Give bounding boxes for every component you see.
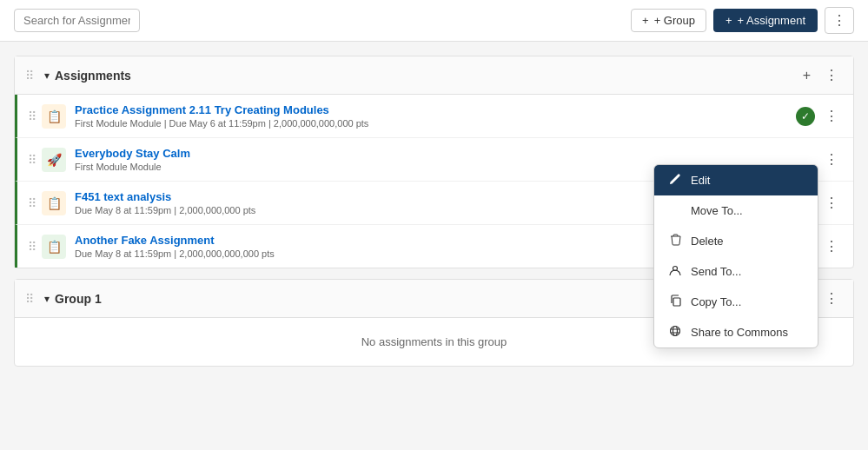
group-button[interactable]: + + Group [631,9,706,32]
move-icon [668,203,682,218]
row-more-button[interactable]: ⋮ [820,236,843,256]
group-drag-handle[interactable]: ⠿ [25,292,34,306]
svg-rect-1 [673,298,680,306]
group-title: Group 1 [55,292,102,306]
menu-item-delete[interactable]: Delete [654,226,818,256]
plus-icon-assignment: + [726,14,732,27]
row-more-button[interactable]: ⋮ [820,149,843,169]
assignment-btn-label: + Assignment [738,14,805,27]
menu-item-label: Send To... [691,265,741,278]
share-icon [668,325,682,340]
assignments-section: ⠿ ▾ Assignments + ⋮ ⠿ 📋 Practice Assignm… [14,56,854,268]
group-more-button[interactable]: ⋮ [820,288,843,308]
trash-icon [668,234,682,248]
menu-item-label: Share to Commons [691,326,788,339]
row-more-button[interactable]: ⋮ [820,193,843,213]
row-more-button[interactable]: ⋮ [820,106,843,126]
menu-item-send-to[interactable]: Send To... [654,256,818,287]
section-more-button[interactable]: ⋮ [820,65,843,85]
group-btn-label: + Group [654,14,695,27]
row-icon: 📋 [42,235,66,259]
section-title: Assignments [55,69,131,83]
assignment-name[interactable]: Everybody Stay Calm [75,147,820,160]
assignment-button[interactable]: + + Assignment [713,9,818,32]
plus-icon: + [803,68,811,83]
assignments-section-header: ⠿ ▾ Assignments + ⋮ [15,56,853,95]
row-icon: 📋 [42,191,66,215]
row-drag-handle[interactable]: ⠿ [28,153,36,167]
group-title-area: ⠿ ▾ Group 1 [25,292,102,306]
menu-item-move-to[interactable]: Move To... [654,195,818,226]
menu-item-share-to-commons[interactable]: Share to Commons [654,317,818,347]
row-right: ⋮ [820,193,843,213]
top-toolbar: + + Group + + Assignment ⋮ [0,0,868,42]
assignment-info: Practice Assignment 2.11 Try Creating Mo… [75,103,796,129]
copy-icon [668,294,682,309]
section-title-area: ⠿ ▾ Assignments [25,69,131,83]
section-actions: + ⋮ [798,65,843,85]
edit-icon [668,173,682,188]
menu-item-label: Move To... [691,204,743,217]
row-right: ✓ ⋮ [796,106,843,126]
menu-item-copy-to[interactable]: Copy To... [654,287,818,317]
menu-item-edit[interactable]: Edit [654,165,818,195]
svg-point-3 [673,327,678,336]
svg-point-2 [671,327,680,336]
assignment-name[interactable]: Practice Assignment 2.11 Try Creating Mo… [75,103,796,116]
toolbar-right: + + Group + + Assignment ⋮ [631,7,854,34]
menu-item-label: Delete [691,235,724,248]
row-right: ⋮ [820,149,843,169]
section-chevron[interactable]: ▾ [44,69,50,82]
section-drag-handle[interactable]: ⠿ [25,69,34,83]
row-right: ⋮ [820,236,843,256]
menu-item-label: Edit [691,174,710,187]
dots-icon: ⋮ [832,12,846,29]
assignment-meta: First Module Module | Due May 6 at 11:59… [75,118,796,129]
row-icon: 📋 [42,104,66,129]
row-drag-handle[interactable]: ⠿ [28,196,36,210]
row-drag-handle[interactable]: ⠿ [28,240,36,254]
context-menu: Edit Move To... [653,164,818,348]
search-input[interactable] [14,9,140,32]
main-content: ⠿ ▾ Assignments + ⋮ ⠿ 📋 Practice Assignm… [0,42,868,381]
row-drag-handle[interactable]: ⠿ [28,109,36,123]
group-chevron[interactable]: ▾ [44,293,50,305]
table-row: ⠿ 🚀 Everybody Stay Calm First Module Mod… [15,138,853,182]
send-icon [668,264,682,279]
plus-icon: + [642,14,649,27]
check-icon: ✓ [796,107,815,126]
toolbar-more-button[interactable]: ⋮ [825,7,854,34]
section-add-button[interactable]: + [798,66,815,85]
menu-item-label: Copy To... [691,295,741,308]
row-icon: 🚀 [42,148,66,172]
dots-icon: ⋮ [825,68,838,83]
table-row: ⠿ 📋 Practice Assignment 2.11 Try Creatin… [15,95,853,138]
dots-icon: ⋮ [825,291,838,306]
